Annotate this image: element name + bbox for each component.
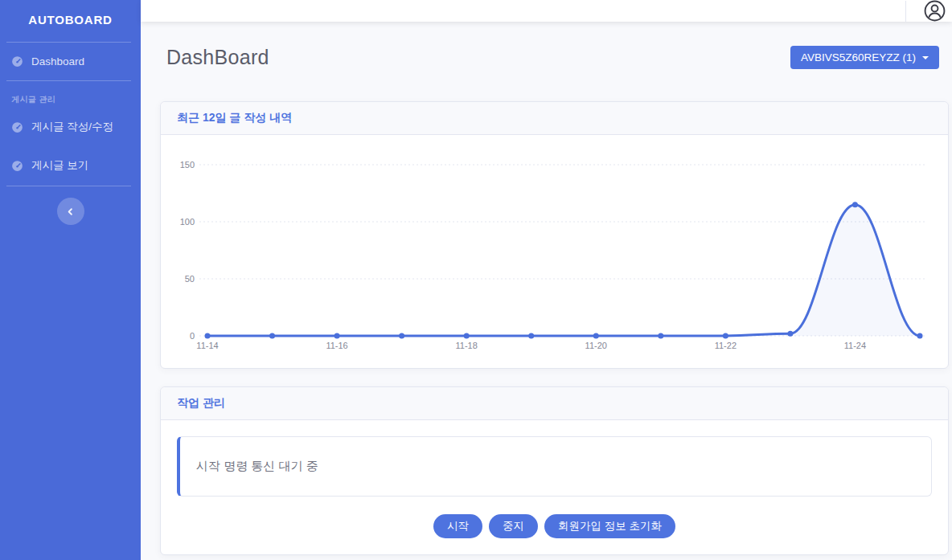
main-area: DashBoard AVBIVS5Z60REYZZ (1) 최근 12일 글 작…	[141, 0, 952, 560]
status-message: 시작 명령 통신 대기 중	[196, 459, 318, 474]
svg-text:11-24: 11-24	[844, 341, 866, 350]
svg-text:11-18: 11-18	[456, 341, 478, 350]
start-button[interactable]: 시작	[433, 514, 482, 538]
svg-text:11-22: 11-22	[715, 341, 737, 350]
task-buttons-row: 시작 중지 회원가입 정보 초기화	[177, 514, 932, 538]
task-card-body: 시작 명령 통신 대기 중 시작 중지 회원가입 정보 초기화	[161, 420, 948, 554]
tachometer-icon	[11, 160, 23, 172]
sidebar-item-label: 게시글 보기	[31, 158, 88, 173]
svg-text:0: 0	[190, 331, 195, 341]
sidebar-section-label: 게시글 관리	[0, 84, 141, 110]
account-dropdown-button[interactable]: AVBIVS5Z60REYZZ (1)	[790, 46, 939, 69]
account-dropdown-label: AVBIVS5Z60REYZZ (1)	[801, 51, 916, 63]
svg-text:100: 100	[180, 217, 195, 227]
tachometer-icon	[11, 121, 23, 133]
status-message-box: 시작 명령 통신 대기 중	[177, 436, 932, 497]
topbar-divider	[905, 1, 906, 22]
user-circle-icon	[924, 0, 946, 22]
task-card-title: 작업 관리	[161, 387, 948, 420]
app-root: AUTOBOARD Dashboard 게시글 관리	[0, 0, 952, 560]
sidebar-item-post-edit[interactable]: 게시글 작성/수정	[0, 110, 141, 144]
sidebar: AUTOBOARD Dashboard 게시글 관리	[0, 0, 141, 560]
page-header: DashBoard AVBIVS5Z60REYZZ (1)	[160, 46, 949, 69]
chart-card: 최근 12일 글 작성 내역 05010015011-1411-1611-181…	[160, 101, 949, 369]
chart-card-body: 05010015011-1411-1611-1811-2011-2211-24	[161, 135, 948, 368]
sidebar-item-label: Dashboard	[31, 55, 84, 67]
svg-text:150: 150	[180, 160, 195, 170]
tachometer-icon	[11, 55, 23, 67]
content: DashBoard AVBIVS5Z60REYZZ (1) 최근 12일 글 작…	[141, 22, 952, 560]
sidebar-item-label: 게시글 작성/수정	[31, 120, 113, 134]
sidebar-nav: Dashboard	[0, 46, 141, 77]
svg-text:11-20: 11-20	[585, 341, 607, 350]
stop-button[interactable]: 중지	[489, 514, 538, 538]
sidebar-item-post-view[interactable]: 게시글 보기	[0, 149, 141, 182]
svg-text:11-16: 11-16	[326, 341, 347, 350]
topbar	[141, 0, 952, 22]
sidebar-divider	[6, 42, 131, 43]
sidebar-divider	[6, 186, 131, 186]
svg-text:11-14: 11-14	[196, 341, 218, 350]
sidebar-item-dashboard[interactable]: Dashboard	[0, 46, 141, 77]
caret-down-icon	[922, 56, 929, 59]
user-avatar-button[interactable]	[924, 0, 946, 22]
brand-title[interactable]: AUTOBOARD	[0, 0, 141, 39]
task-card: 작업 관리 시작 명령 통신 대기 중 시작 중지 회원가입 정보 초기화	[160, 386, 949, 555]
page-title: DashBoard	[160, 46, 269, 69]
sidebar-divider	[6, 80, 131, 81]
chart-card-title: 최근 12일 글 작성 내역	[161, 102, 948, 135]
chevron-left-icon	[65, 206, 76, 217]
recent-posts-line-chart: 05010015011-1411-1611-1811-2011-2211-24	[177, 151, 932, 352]
svg-text:50: 50	[185, 274, 195, 284]
sidebar-collapse-button[interactable]	[57, 198, 84, 225]
reset-signup-info-button[interactable]: 회원가입 정보 초기화	[544, 514, 675, 538]
